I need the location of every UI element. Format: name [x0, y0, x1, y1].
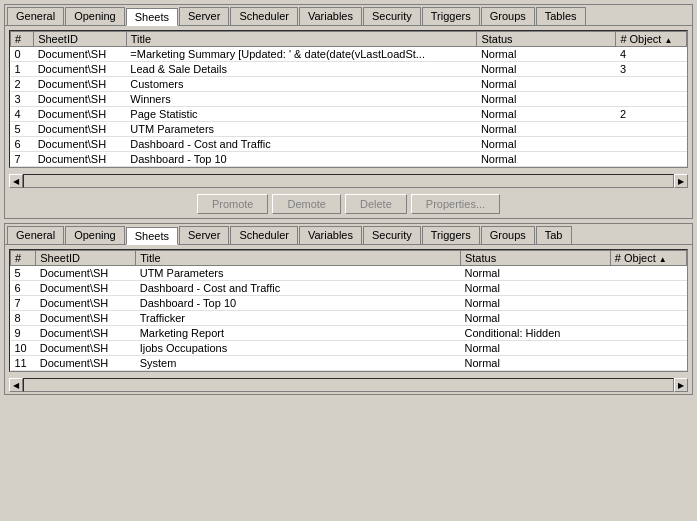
table-row[interactable]: 4 Document\SH Page Statistic Normal 2 [11, 107, 687, 122]
cell-sheetid: Document\SH [34, 62, 127, 77]
cell-title: Customers [126, 77, 477, 92]
cell-num: 4 [11, 107, 34, 122]
panel2-tab-bar: General Opening Sheets Server Scheduler … [5, 224, 692, 245]
table-row[interactable]: 7 Document\SH Dashboard - Top 10 Normal [11, 152, 687, 167]
cell-status: Normal [477, 77, 616, 92]
demote-button[interactable]: Demote [272, 194, 341, 214]
table-row[interactable]: 6 Document\SH Dashboard - Cost and Traff… [11, 137, 687, 152]
cell-num: 10 [11, 341, 36, 356]
cell-num: 8 [11, 311, 36, 326]
cell-sheetid: Document\SH [36, 296, 136, 311]
table-row[interactable]: 2 Document\SH Customers Normal [11, 77, 687, 92]
cell-title: Dashboard - Top 10 [136, 296, 461, 311]
tab-tab-2[interactable]: Tab [536, 226, 572, 244]
h-scrollbar-2[interactable] [23, 378, 674, 392]
cell-objcount: 4 [616, 47, 687, 62]
tab-groups-2[interactable]: Groups [481, 226, 535, 244]
tab-tables-1[interactable]: Tables [536, 7, 586, 25]
cell-num: 6 [11, 281, 36, 296]
h-scrollbar-1[interactable] [23, 174, 674, 188]
panel1-tab-bar: General Opening Sheets Server Scheduler … [5, 5, 692, 26]
cell-num: 11 [11, 356, 36, 371]
scroll-right-arrow-2[interactable]: ▶ [674, 378, 688, 392]
cell-num: 3 [11, 92, 34, 107]
panel1-scrollbar-area: ◀ ▶ [5, 172, 692, 190]
table-row[interactable]: 1 Document\SH Lead & Sale Details Normal… [11, 62, 687, 77]
cell-sheetid: Document\SH [34, 137, 127, 152]
col-header-title-2[interactable]: Title [136, 251, 461, 266]
cell-num: 2 [11, 77, 34, 92]
table-row[interactable]: 8 Document\SH Trafficker Normal [11, 311, 687, 326]
table-row[interactable]: 7 Document\SH Dashboard - Top 10 Normal [11, 296, 687, 311]
cell-num: 7 [11, 152, 34, 167]
cell-objcount [610, 281, 686, 296]
col-header-objcount-2[interactable]: # Object ▲ [610, 251, 686, 266]
col-header-sheetid-1[interactable]: SheetID [34, 32, 127, 47]
cell-sheetid: Document\SH [34, 47, 127, 62]
panel2-table-container: # SheetID Title Status # Object ▲ 5 Docu… [9, 249, 688, 372]
tab-security-2[interactable]: Security [363, 226, 421, 244]
panel2-scrollbar-area: ◀ ▶ [5, 376, 692, 394]
col-header-status-1[interactable]: Status [477, 32, 616, 47]
scroll-left-arrow-1[interactable]: ◀ [9, 174, 23, 188]
cell-objcount [610, 356, 686, 371]
table-row[interactable]: 9 Document\SH Marketing Report Condition… [11, 326, 687, 341]
tab-scheduler-1[interactable]: Scheduler [230, 7, 298, 25]
cell-objcount [610, 341, 686, 356]
cell-status: Normal [477, 92, 616, 107]
tab-groups-1[interactable]: Groups [481, 7, 535, 25]
tab-server-1[interactable]: Server [179, 7, 229, 25]
col-header-num-2[interactable]: # [11, 251, 36, 266]
tab-security-1[interactable]: Security [363, 7, 421, 25]
cell-objcount [610, 296, 686, 311]
tab-general-1[interactable]: General [7, 7, 64, 25]
tab-general-2[interactable]: General [7, 226, 64, 244]
cell-objcount: 2 [616, 107, 687, 122]
sheets-table-1: # SheetID Title Status # Object ▲ 0 Docu… [10, 31, 687, 167]
cell-sheetid: Document\SH [34, 92, 127, 107]
cell-objcount [616, 77, 687, 92]
col-header-status-2[interactable]: Status [460, 251, 610, 266]
scroll-left-arrow-2[interactable]: ◀ [9, 378, 23, 392]
cell-title: Dashboard - Top 10 [126, 152, 477, 167]
table-row[interactable]: 10 Document\SH Ijobs Occupations Normal [11, 341, 687, 356]
tab-server-2[interactable]: Server [179, 226, 229, 244]
tab-triggers-2[interactable]: Triggers [422, 226, 480, 244]
table-row[interactable]: 6 Document\SH Dashboard - Cost and Traff… [11, 281, 687, 296]
delete-button[interactable]: Delete [345, 194, 407, 214]
cell-objcount [616, 137, 687, 152]
tab-opening-2[interactable]: Opening [65, 226, 125, 244]
cell-title: UTM Parameters [126, 122, 477, 137]
table-row[interactable]: 5 Document\SH UTM Parameters Normal [11, 122, 687, 137]
cell-num: 6 [11, 137, 34, 152]
cell-status: Normal [460, 341, 610, 356]
cell-objcount [616, 92, 687, 107]
tab-variables-1[interactable]: Variables [299, 7, 362, 25]
tab-triggers-1[interactable]: Triggers [422, 7, 480, 25]
col-header-title-1[interactable]: Title [126, 32, 477, 47]
table-row[interactable]: 0 Document\SH =Marketing Summary [Update… [11, 47, 687, 62]
properties-button[interactable]: Properties... [411, 194, 500, 214]
table-row[interactable]: 11 Document\SH System Normal [11, 356, 687, 371]
tab-variables-2[interactable]: Variables [299, 226, 362, 244]
tab-sheets-2[interactable]: Sheets [126, 227, 178, 245]
cell-objcount [616, 152, 687, 167]
cell-status: Normal [460, 356, 610, 371]
cell-title: Trafficker [136, 311, 461, 326]
tab-scheduler-2[interactable]: Scheduler [230, 226, 298, 244]
col-header-sheetid-2[interactable]: SheetID [36, 251, 136, 266]
col-header-num-1[interactable]: # [11, 32, 34, 47]
cell-sheetid: Document\SH [36, 281, 136, 296]
cell-title: Marketing Report [136, 326, 461, 341]
promote-button[interactable]: Promote [197, 194, 269, 214]
cell-objcount [610, 266, 686, 281]
table-row[interactable]: 3 Document\SH Winners Normal [11, 92, 687, 107]
tab-opening-1[interactable]: Opening [65, 7, 125, 25]
cell-sheetid: Document\SH [36, 311, 136, 326]
panel1-button-bar: Promote Demote Delete Properties... [5, 190, 692, 218]
tab-sheets-1[interactable]: Sheets [126, 8, 178, 26]
scroll-right-arrow-1[interactable]: ▶ [674, 174, 688, 188]
table-row[interactable]: 5 Document\SH UTM Parameters Normal [11, 266, 687, 281]
col-header-objcount-1[interactable]: # Object ▲ [616, 32, 687, 47]
cell-objcount [610, 311, 686, 326]
